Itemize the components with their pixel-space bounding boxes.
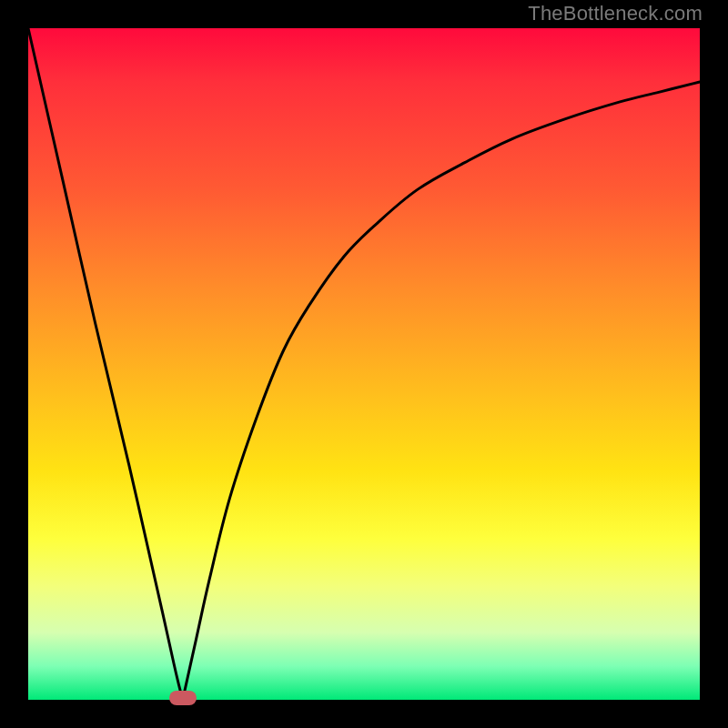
chart-frame: TheBottleneck.com (0, 0, 728, 728)
curve-left-branch (28, 28, 183, 700)
plot-area (28, 28, 700, 700)
minimum-marker (169, 691, 197, 705)
curve-right-branch (183, 82, 700, 700)
curve-svg (28, 28, 700, 700)
watermark-text: TheBottleneck.com (528, 2, 703, 25)
